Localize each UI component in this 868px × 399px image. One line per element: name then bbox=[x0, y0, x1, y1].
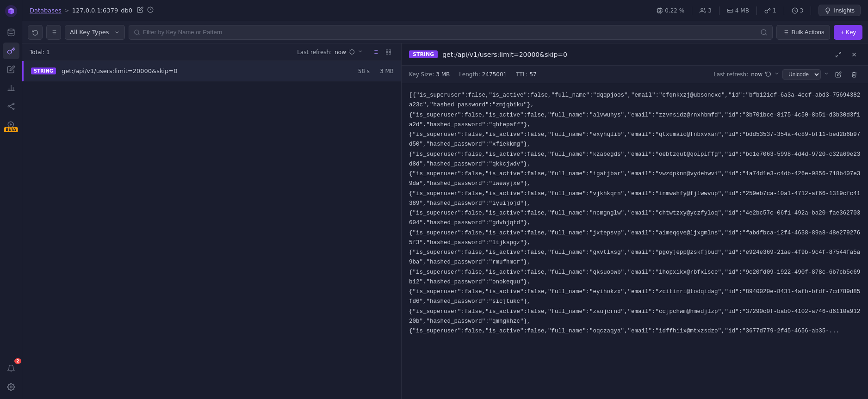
stat-divider-2 bbox=[719, 6, 719, 15]
info-icon[interactable] bbox=[147, 6, 154, 14]
total-count: 1 bbox=[46, 49, 50, 55]
app-logo bbox=[4, 4, 19, 18]
ttl-value: 57 bbox=[529, 71, 536, 78]
grid-view-toggle[interactable] bbox=[383, 47, 394, 58]
stat-divider-3 bbox=[756, 6, 757, 15]
meta-ttl: TTL: 57 bbox=[516, 71, 536, 78]
key-size: 3 MB bbox=[375, 68, 394, 74]
sidebar-item-edit[interactable] bbox=[3, 61, 19, 78]
breadcrumb-host: 127.0.0.1:6379 bbox=[72, 7, 118, 14]
length-value: 2475001 bbox=[482, 71, 507, 78]
svg-point-7 bbox=[8, 106, 9, 107]
svg-point-8 bbox=[12, 103, 14, 104]
search-bar bbox=[129, 25, 773, 40]
encoding-select[interactable]: Unicode ASCII HEX Binary bbox=[782, 69, 821, 80]
edit-connection-icon[interactable] bbox=[137, 6, 143, 14]
search-submit-button[interactable] bbox=[760, 29, 768, 36]
detail-refresh-label: Last refresh: bbox=[713, 71, 748, 78]
svg-line-59 bbox=[839, 52, 841, 54]
sidebar-item-pubsub[interactable] bbox=[3, 98, 19, 115]
memory-value: 4 MB bbox=[735, 7, 749, 14]
svg-rect-21 bbox=[659, 10, 661, 12]
total-label: Total: 1 bbox=[30, 49, 50, 55]
key-name: get:/api/v1/users:limit=20000&skip=0 bbox=[62, 68, 346, 74]
detail-header-actions bbox=[832, 48, 861, 61]
sidebar-item-databases[interactable] bbox=[3, 24, 19, 41]
list-view-toggle[interactable] bbox=[370, 47, 381, 58]
length-label: Length: bbox=[459, 71, 480, 78]
delete-value-button[interactable] bbox=[848, 68, 861, 81]
sidebar-item-stats[interactable] bbox=[3, 80, 19, 96]
sidebar: BETA 2 bbox=[0, 0, 22, 399]
key-type-dropdown[interactable]: All Key Types bbox=[65, 25, 125, 40]
expand-button[interactable] bbox=[832, 48, 845, 61]
svg-line-47 bbox=[765, 34, 767, 35]
keys-list: STRING get:/api/v1/users:limit=20000&ski… bbox=[22, 61, 401, 399]
svg-rect-58 bbox=[389, 53, 391, 55]
topbar-actions: 0.22 % 3 4 MB bbox=[657, 5, 861, 16]
detail-key-name: get:/api/v1/users:limit=20000&skip=0 bbox=[442, 51, 827, 58]
svg-line-11 bbox=[9, 107, 13, 109]
refresh-info: Last refresh: now bbox=[297, 47, 394, 58]
refresh-button[interactable] bbox=[28, 25, 43, 40]
add-key-button[interactable]: + Key bbox=[834, 25, 862, 40]
detail-refresh-info: Last refresh: now Unicode ASC bbox=[713, 68, 861, 81]
size-value: 3 MB bbox=[436, 71, 450, 78]
key-type-selected: All Key Types bbox=[70, 29, 109, 36]
stat-clients: 3 bbox=[792, 7, 804, 14]
detail-refresh-button[interactable] bbox=[765, 71, 771, 78]
svg-rect-57 bbox=[386, 53, 388, 55]
svg-line-45 bbox=[138, 33, 140, 35]
refresh-keys-button[interactable] bbox=[349, 49, 355, 56]
clients-value: 3 bbox=[800, 7, 804, 14]
svg-rect-55 bbox=[386, 50, 388, 52]
stat-memory: 4 MB bbox=[727, 7, 749, 14]
search-input[interactable] bbox=[143, 29, 757, 36]
svg-point-30 bbox=[701, 8, 703, 10]
detail-encoding-dropdown[interactable] bbox=[824, 71, 829, 78]
bulk-actions-button[interactable]: Bulk Actions bbox=[776, 25, 831, 40]
notifications-wrap: 2 bbox=[3, 360, 19, 377]
size-label: Key Size: bbox=[409, 71, 434, 78]
breadcrumb-separator: > bbox=[64, 7, 69, 14]
svg-point-44 bbox=[135, 30, 139, 34]
beta-badge: BETA bbox=[4, 127, 18, 132]
breadcrumb-databases[interactable]: Databases bbox=[30, 7, 62, 14]
svg-point-1 bbox=[8, 29, 14, 31]
meta-size: Key Size: 3 MB bbox=[409, 71, 450, 78]
close-detail-button[interactable] bbox=[848, 48, 861, 61]
detail-meta: Key Size: 3 MB Length: 2475001 TTL: 57 L… bbox=[402, 66, 868, 83]
key-type-badge: STRING bbox=[31, 68, 56, 74]
sidebar-item-analyze[interactable]: BETA bbox=[3, 117, 19, 133]
svg-point-2 bbox=[7, 50, 11, 54]
connections-value: 3 bbox=[708, 7, 712, 14]
detail-content[interactable]: [{"is_superuser":false,"is_active":false… bbox=[402, 83, 868, 399]
detail-type-badge: STRING bbox=[409, 50, 438, 58]
add-key-label: + Key bbox=[840, 29, 856, 36]
meta-length: Length: 2475001 bbox=[459, 71, 507, 78]
refresh-dropdown-button[interactable] bbox=[358, 49, 363, 55]
svg-point-16 bbox=[10, 386, 12, 388]
detail-refresh-dropdown[interactable] bbox=[774, 71, 780, 78]
insights-label: Insights bbox=[834, 7, 855, 14]
refresh-time: now bbox=[335, 49, 346, 55]
svg-rect-56 bbox=[389, 50, 391, 52]
stat-connections: 3 bbox=[700, 7, 712, 14]
insights-button[interactable]: Insights bbox=[818, 5, 861, 16]
detail-panel: STRING get:/api/v1/users:limit=20000&ski… bbox=[402, 43, 868, 399]
svg-rect-20 bbox=[658, 8, 662, 12]
key-ttl: 58 s bbox=[351, 68, 370, 74]
sidebar-item-keys[interactable] bbox=[3, 43, 19, 59]
detail-header: STRING get:/api/v1/users:limit=20000&ski… bbox=[402, 43, 868, 66]
svg-rect-31 bbox=[727, 9, 733, 12]
list-view-button[interactable] bbox=[46, 25, 61, 40]
svg-point-36 bbox=[765, 10, 768, 12]
stat-keys: 1 bbox=[764, 7, 776, 14]
bulk-actions-label: Bulk Actions bbox=[792, 29, 825, 36]
content-area: Total: 1 Last refresh: now bbox=[22, 43, 868, 399]
edit-value-button[interactable] bbox=[832, 68, 845, 81]
key-row[interactable]: STRING get:/api/v1/users:limit=20000&ski… bbox=[22, 61, 401, 81]
sidebar-item-settings[interactable] bbox=[3, 379, 19, 395]
breadcrumb-db: db0 bbox=[121, 7, 132, 14]
keys-count-value: 1 bbox=[773, 7, 776, 14]
